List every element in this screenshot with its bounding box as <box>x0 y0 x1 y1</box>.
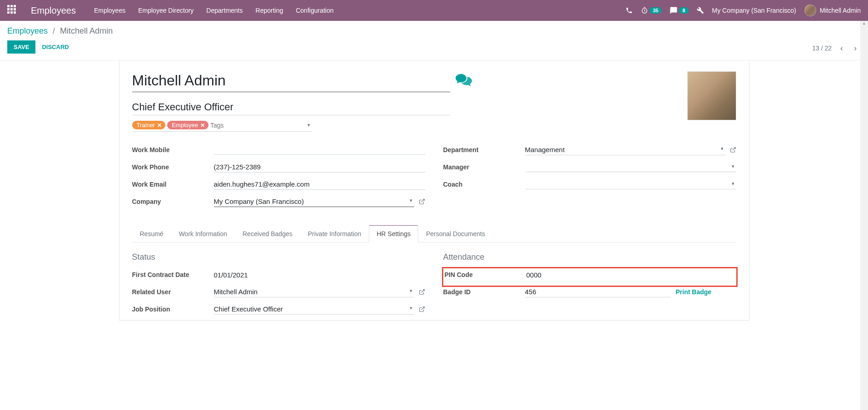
breadcrumb: Employees / Mitchell Admin <box>7 26 113 36</box>
badge-id-label: Badge ID <box>443 288 525 296</box>
apps-icon[interactable] <box>7 5 18 16</box>
tab-personal-documents[interactable]: Personal Documents <box>418 225 493 242</box>
work-mobile-label: Work Mobile <box>132 146 214 153</box>
badge-id-input[interactable]: 456 <box>525 287 670 297</box>
tab-content-hr-settings: Status First Contract Date 01/01/2021 Re… <box>132 242 736 320</box>
coach-select[interactable]: ▾ <box>525 179 736 189</box>
user-avatar-icon <box>804 5 816 16</box>
navbar-right: 35 8 My Company (San Francisco) Mitchell… <box>625 5 861 16</box>
control-panel: Employees / Mitchell Admin SAVE DISCARD … <box>0 21 868 60</box>
job-position-label: Job Position <box>132 306 214 313</box>
work-phone-label: Work Phone <box>132 163 214 171</box>
employee-photo[interactable] <box>687 71 736 120</box>
phone-icon[interactable] <box>625 7 633 14</box>
employee-name-input[interactable] <box>132 71 450 92</box>
tab-private-information[interactable]: Private Information <box>300 225 369 242</box>
work-mobile-input[interactable] <box>214 145 425 155</box>
manager-label: Manager <box>443 163 525 171</box>
highlight-box: PIN Code 0000 <box>442 267 738 287</box>
manager-select[interactable]: ▾ <box>525 162 736 172</box>
chat-icon[interactable]: 8 <box>670 6 688 15</box>
tag-employee[interactable]: Employee✕ <box>167 121 208 129</box>
company-selector[interactable]: My Company (San Francisco) <box>712 7 796 14</box>
tag-trainer[interactable]: Trainer✕ <box>132 121 166 129</box>
top-navbar: Employees Employees Employee Directory D… <box>0 0 868 21</box>
menu-departments[interactable]: Departments <box>206 7 243 14</box>
job-position-select[interactable]: Chief Executive Officer▾ <box>214 304 414 315</box>
tab-hr-settings[interactable]: HR Settings <box>369 225 418 242</box>
job-title-input[interactable] <box>132 99 450 115</box>
notebook-tabs: Resumé Work Information Received Badges … <box>132 225 736 242</box>
timer-icon[interactable]: 35 <box>641 7 661 14</box>
tags-input[interactable] <box>210 122 312 129</box>
tag-remove-icon[interactable]: ✕ <box>157 122 162 128</box>
pager-next-icon[interactable]: › <box>850 43 861 54</box>
vertical-scrollbar[interactable] <box>860 21 868 321</box>
menu-configuration[interactable]: Configuration <box>296 7 333 14</box>
tag-remove-icon[interactable]: ✕ <box>200 122 205 128</box>
external-link-icon[interactable] <box>419 306 425 312</box>
chat-bubble-icon[interactable] <box>456 74 472 88</box>
pin-code-input[interactable]: 0000 <box>526 270 735 280</box>
tab-received-badges[interactable]: Received Badges <box>235 225 300 242</box>
chat-badge: 8 <box>679 7 688 14</box>
external-link-icon[interactable] <box>419 198 425 205</box>
form-sheet: Trainer✕ Employee✕ Work Mobile Work Phon… <box>119 60 749 321</box>
save-button[interactable]: SAVE <box>7 40 35 54</box>
pin-code-label: PIN Code <box>445 271 526 278</box>
print-badge-button[interactable]: Print Badge <box>676 288 712 296</box>
first-contract-value: 01/01/2021 <box>214 270 425 280</box>
user-name: Mitchell Admin <box>820 7 861 14</box>
discard-button[interactable]: DISCARD <box>42 44 69 50</box>
menu-employees[interactable]: Employees <box>94 7 125 14</box>
brand-title[interactable]: Employees <box>31 5 76 16</box>
related-user-select[interactable]: Mitchell Admin▾ <box>214 287 414 297</box>
menu-employee-directory[interactable]: Employee Directory <box>138 7 193 14</box>
department-label: Department <box>443 146 525 153</box>
breadcrumb-root[interactable]: Employees <box>7 26 48 35</box>
first-contract-label: First Contract Date <box>132 271 214 278</box>
work-email-input[interactable]: aiden.hughes71@example.com <box>214 179 425 190</box>
work-phone-input[interactable]: (237)-125-2389 <box>214 162 425 173</box>
tab-resume[interactable]: Resumé <box>132 225 171 242</box>
tags-field[interactable]: Trainer✕ Employee✕ <box>132 121 312 132</box>
breadcrumb-current: Mitchell Admin <box>60 26 113 35</box>
attendance-heading: Attendance <box>443 252 736 262</box>
work-email-label: Work Email <box>132 181 214 188</box>
status-heading: Status <box>132 252 425 262</box>
external-link-icon[interactable] <box>419 289 425 295</box>
company-select[interactable]: My Company (San Francisco)▾ <box>214 196 414 207</box>
pager: 13 / 22 ‹ › <box>812 43 861 54</box>
tools-icon[interactable] <box>697 7 704 14</box>
tab-work-information[interactable]: Work Information <box>171 225 235 242</box>
pager-value[interactable]: 13 / 22 <box>812 44 832 52</box>
pager-prev-icon[interactable]: ‹ <box>836 43 847 54</box>
menu-reporting[interactable]: Reporting <box>256 7 283 14</box>
main-menu: Employees Employee Directory Departments… <box>94 7 625 14</box>
coach-label: Coach <box>443 181 525 188</box>
external-link-icon[interactable] <box>730 147 736 153</box>
related-user-label: Related User <box>132 288 214 296</box>
company-label: Company <box>132 198 214 205</box>
breadcrumb-separator: / <box>53 26 55 35</box>
user-menu[interactable]: Mitchell Admin <box>804 5 861 16</box>
timer-badge: 35 <box>650 7 661 14</box>
department-select[interactable]: Management▾ <box>525 144 725 155</box>
